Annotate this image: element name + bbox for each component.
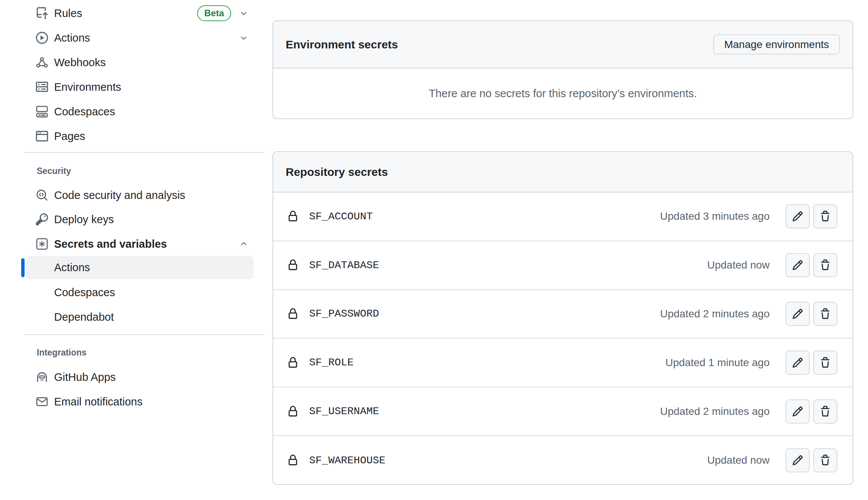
sidebar-item-label: Actions	[54, 261, 90, 274]
key-icon	[36, 213, 48, 225]
sidebar-item-deploy-keys[interactable]: Deploy keys	[0, 207, 267, 231]
delete-secret-button[interactable]	[813, 351, 837, 375]
sidebar-item-code-security[interactable]: Code security and analysis	[0, 183, 267, 207]
edit-secret-button[interactable]	[786, 399, 810, 424]
selected-indicator-bar	[21, 258, 25, 277]
sidebar-item-label: Codespaces	[54, 286, 115, 299]
play-icon	[36, 32, 48, 44]
repository-secrets-header: Repository secrets	[273, 152, 852, 193]
secret-updated: Updated now	[707, 454, 770, 466]
sidebar-divider	[24, 152, 265, 153]
sidebar-subitem-actions-selected[interactable]: Actions	[26, 256, 254, 279]
settings-sidebar: Rules Beta Actions Webhooks Environments…	[0, 0, 267, 500]
sidebar-item-label: Webhooks	[54, 56, 106, 69]
lock-icon	[287, 357, 299, 368]
sidebar-item-pages[interactable]: Pages	[0, 124, 267, 148]
delete-secret-button[interactable]	[813, 204, 837, 228]
pencil-icon	[792, 406, 803, 417]
sidebar-item-label: Secrets and variables	[54, 238, 167, 250]
codespaces-icon	[36, 106, 48, 118]
codescan-icon	[36, 189, 48, 201]
secret-updated: Updated 3 minutes ago	[660, 210, 770, 222]
environment-secrets-panel: Environment secrets Manage environments …	[272, 20, 853, 119]
github-repo-settings-page: Rules Beta Actions Webhooks Environments…	[0, 0, 868, 500]
edit-secret-button[interactable]	[786, 351, 810, 375]
secret-name: SF_ACCOUNT	[309, 211, 373, 222]
browser-icon	[36, 130, 48, 142]
secret-updated: Updated 1 minute ago	[665, 357, 770, 369]
trash-icon	[820, 211, 831, 222]
trash-icon	[820, 455, 831, 466]
sidebar-item-github-apps[interactable]: GitHub Apps	[0, 365, 267, 389]
secret-row: SF_ROLE Updated 1 minute ago	[273, 339, 852, 387]
sidebar-item-webhooks[interactable]: Webhooks	[0, 50, 267, 75]
edit-secret-button[interactable]	[786, 204, 810, 228]
sidebar-item-label: Dependabot	[54, 311, 114, 323]
delete-secret-button[interactable]	[813, 253, 837, 277]
delete-secret-button[interactable]	[813, 399, 837, 424]
trash-icon	[820, 406, 831, 417]
lock-icon	[287, 259, 299, 271]
webhook-icon	[36, 56, 48, 68]
secret-row: SF_PASSWORD Updated 2 minutes ago	[273, 290, 852, 339]
secret-updated: Updated 2 minutes ago	[660, 405, 770, 418]
trash-icon	[820, 308, 831, 320]
secret-row: SF_ACCOUNT Updated 3 minutes ago	[273, 193, 852, 241]
sidebar-section-security: Security	[37, 165, 71, 177]
sidebar-divider	[24, 334, 265, 335]
secret-name: SF_USERNAME	[309, 405, 379, 417]
repository-secrets-panel: Repository secrets SF_ACCOUNT Updated 3 …	[272, 151, 853, 485]
secret-row: SF_DATABASE Updated now	[273, 241, 852, 290]
sidebar-item-label: Deploy keys	[54, 213, 114, 226]
delete-secret-button[interactable]	[813, 302, 837, 326]
pencil-icon	[792, 211, 803, 222]
lock-icon	[287, 308, 299, 320]
lock-icon	[287, 455, 299, 466]
manage-environments-button[interactable]: Manage environments	[713, 34, 840, 54]
sidebar-item-environments[interactable]: Environments	[0, 75, 267, 99]
beta-badge: Beta	[197, 5, 231, 21]
sidebar-item-label: GitHub Apps	[54, 371, 116, 384]
environment-secrets-header: Environment secrets Manage environments	[273, 21, 852, 68]
sidebar-item-label: Actions	[54, 32, 90, 44]
secret-updated: Updated now	[707, 259, 770, 271]
chevron-down-icon	[240, 9, 248, 17]
sidebar-subitem-dependabot[interactable]: Dependabot	[0, 305, 267, 329]
sidebar-item-label: Codespaces	[54, 106, 115, 118]
secret-name: SF_WAREHOUSE	[309, 455, 386, 466]
sidebar-item-label: Code security and analysis	[54, 189, 185, 202]
lock-icon	[287, 211, 299, 222]
sidebar-subitem-codespaces[interactable]: Codespaces	[0, 280, 267, 304]
mail-icon	[36, 396, 48, 408]
sidebar-item-label: Environments	[54, 81, 121, 93]
sidebar-item-rules[interactable]: Rules Beta	[0, 1, 267, 25]
edit-secret-button[interactable]	[786, 302, 810, 326]
environment-secrets-empty-state: There are no secrets for this repository…	[273, 68, 852, 118]
secret-row: SF_WAREHOUSE Updated now	[273, 436, 852, 485]
hubot-icon	[36, 371, 48, 383]
sidebar-item-label: Email notifications	[54, 396, 143, 408]
edit-secret-button[interactable]	[786, 448, 810, 472]
secret-name: SF_DATABASE	[309, 259, 379, 271]
secret-name: SF_PASSWORD	[309, 308, 379, 320]
pencil-icon	[792, 308, 803, 320]
panel-title: Environment secrets	[286, 38, 398, 51]
sidebar-item-label: Rules	[54, 7, 82, 20]
lock-icon	[287, 406, 299, 417]
empty-state-message: There are no secrets for this repository…	[429, 87, 697, 100]
delete-secret-button[interactable]	[813, 448, 837, 472]
pencil-icon	[792, 259, 803, 271]
server-icon	[36, 81, 48, 93]
repo-push-icon	[36, 7, 48, 19]
panel-title: Repository secrets	[286, 166, 388, 179]
trash-icon	[820, 259, 831, 271]
chevron-up-icon	[240, 240, 248, 248]
edit-secret-button[interactable]	[786, 253, 810, 277]
secret-row: SF_USERNAME Updated 2 minutes ago	[273, 387, 852, 436]
sidebar-item-actions[interactable]: Actions	[0, 26, 267, 50]
sidebar-item-label: Pages	[54, 130, 85, 143]
sidebar-item-secrets-and-variables[interactable]: Secrets and variables	[0, 232, 267, 256]
sidebar-item-email-notifications[interactable]: Email notifications	[0, 390, 267, 414]
sidebar-section-integrations: Integrations	[37, 346, 87, 359]
sidebar-item-codespaces[interactable]: Codespaces	[0, 99, 267, 124]
